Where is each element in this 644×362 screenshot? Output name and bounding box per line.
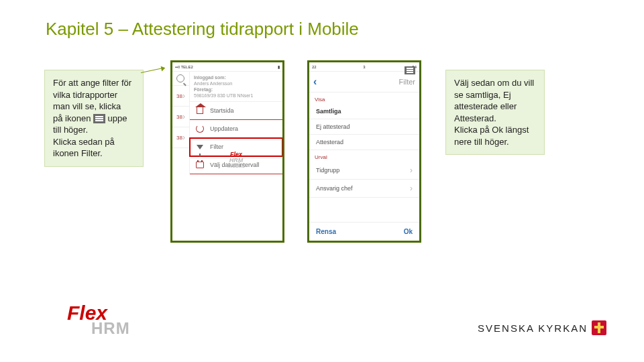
menu-label: Filter (210, 143, 223, 150)
menu-label: Uppdatera (210, 125, 238, 132)
row-label: Ansvarig chef (316, 185, 353, 192)
text: För att ange filter för (53, 78, 131, 88)
list-row[interactable]: 38› (172, 127, 189, 148)
logo-hrm: HRM (91, 319, 130, 338)
logo-tag: mobile (227, 164, 245, 169)
row-ansvarig-chef[interactable]: Ansvarig chef› (309, 180, 419, 198)
status-bar: 22334 (309, 62, 419, 72)
text: på ikonen (53, 113, 93, 123)
carrier-label: ••ll TELE2 (175, 65, 193, 69)
chevron-right-icon: › (182, 112, 185, 121)
text: vilka tidrapporter (53, 90, 117, 100)
bottom-action-bar: Rensa Ok (309, 222, 419, 241)
screen-title: Filter (399, 78, 415, 86)
search-row[interactable] (172, 72, 189, 86)
text: Attesterad. (454, 113, 496, 123)
row-val: 38 (176, 93, 182, 99)
text: nere till höger. (454, 137, 509, 147)
chevron-right-icon: › (182, 91, 185, 101)
logged-as-label: Inloggad som: (194, 75, 226, 80)
callout-left: För att ange filter för vilka tidrapport… (44, 70, 144, 167)
home-icon (195, 106, 205, 115)
option-ej-attesterad[interactable]: Ej attesterad (309, 119, 419, 135)
user-name: Anders Andersson (194, 81, 232, 86)
list-row[interactable]: 38› (172, 86, 189, 107)
option-attesterad[interactable]: Attesterad (309, 135, 419, 150)
company-label: Företag: (194, 87, 213, 92)
text: Klicka sedan på (53, 137, 115, 147)
option-label: Ej attesterad (316, 123, 350, 130)
hamburger-icon[interactable] (405, 66, 415, 74)
cross-shield-icon (592, 320, 606, 335)
option-label: Samtliga (316, 108, 341, 115)
logo-text: SVENSKA KYRKAN (478, 322, 588, 334)
page-title: Kapitel 5 – Attestering tidrapport i Mob… (46, 19, 359, 40)
calendar-icon (195, 160, 205, 170)
row-val: 38 (176, 114, 182, 120)
menu-item-update[interactable]: Uppdatera (190, 120, 282, 138)
logged-in-header: Inloggad som: Anders Andersson Företag: … (190, 72, 282, 102)
text: till höger. (53, 125, 88, 135)
flex-hrm-logo: Flex HRM (67, 302, 130, 338)
text: Klicka på Ok längst (454, 125, 529, 135)
filter-header: ‹ Filter (309, 72, 419, 93)
status-bar: ••ll TELE2 ▮ (172, 62, 282, 72)
text: man vill se, klicka (53, 101, 121, 111)
num: 3 (363, 65, 365, 69)
option-label: Attesterad (316, 139, 343, 145)
option-samtliga[interactable]: Samtliga (309, 104, 419, 119)
hamburger-icon (93, 114, 105, 123)
back-chevron-icon[interactable]: ‹ (313, 76, 317, 88)
text: ikonen Filter. (53, 148, 103, 158)
menu-label: Startsida (210, 107, 234, 114)
text: attesterade eller (454, 101, 517, 111)
refresh-icon (195, 124, 205, 133)
company-value: 598169/39 830 UTB NNser1 (194, 93, 253, 98)
chevron-right-icon: › (410, 184, 413, 193)
text: Välj sedan om du vill (454, 78, 534, 88)
chevron-right-icon: › (410, 166, 413, 175)
callout-right: Välj sedan om du vill se samtliga, Ej at… (445, 70, 545, 155)
svenska-kyrkan-logo: SVENSKA KYRKAN (478, 320, 606, 335)
num: 22 (312, 65, 317, 69)
funnel-icon (195, 142, 205, 152)
section-label-visa: Visa (309, 93, 419, 104)
phone-screenshot-menu: ••ll TELE2 ▮ 38› 38› 38› Inloggad som: A… (170, 60, 284, 243)
row-val: 38 (176, 135, 182, 141)
search-icon (176, 74, 184, 82)
chevron-right-icon: › (182, 133, 185, 142)
list-row[interactable]: 38› (172, 107, 189, 127)
row-label: Tidgrupp (316, 167, 339, 174)
battery-icon: ▮ (278, 64, 280, 69)
row-tidgrupp[interactable]: Tidgrupp› (309, 162, 419, 180)
menu-item-home[interactable]: Startsida (190, 102, 282, 120)
section-label-urval: Urval (309, 150, 419, 162)
phone-screenshot-filter: 22334 ‹ Filter Visa Samtliga Ej attester… (307, 60, 421, 243)
flex-hrm-logo-small: Flex HRM mobile (227, 152, 245, 169)
arrow-icon (141, 68, 164, 73)
text: se samtliga, Ej (454, 90, 511, 100)
ok-button[interactable]: Ok (404, 228, 413, 235)
text: uppe (105, 113, 127, 123)
clear-button[interactable]: Rensa (316, 228, 336, 235)
